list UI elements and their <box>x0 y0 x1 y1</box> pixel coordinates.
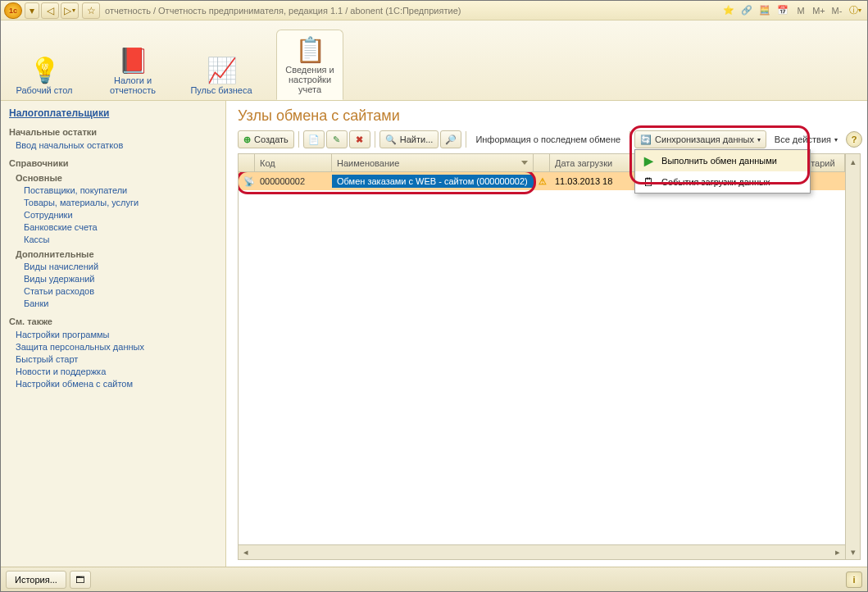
grid-body: 📡 000000002 Обмен заказами с WEB - сайто… <box>239 172 845 544</box>
sync-label: Синхронизация данных <box>655 134 754 144</box>
sidebar-link[interactable]: Быстрый старт <box>16 354 217 364</box>
sidebar-link[interactable]: Поставщики, покупатели <box>24 185 217 195</box>
dropdown-item-events[interactable]: 🗒 События загрузки данных <box>635 171 810 193</box>
scrollbar-horizontal[interactable]: ◂ ▸ <box>239 544 845 559</box>
sidebar-link[interactable]: Банки <box>24 298 217 308</box>
sidebar-link[interactable]: Кассы <box>24 235 217 244</box>
clear-find-button[interactable]: 🔎 <box>440 130 461 148</box>
statusbar: История... 🗔 i <box>1 567 867 591</box>
data-grid: Код Наименование Дата загрузки ентарий 📡… <box>238 153 861 560</box>
calendar-icon[interactable]: 📅 <box>774 2 792 19</box>
sidebar-link[interactable]: Ввод начальных остатков <box>16 140 217 150</box>
section-label: Рабочий стол <box>16 85 72 95</box>
sidebar-link[interactable]: Настройки обмена с сайтом <box>16 379 217 389</box>
plus-icon: ⊕ <box>243 134 251 145</box>
sidebar-link[interactable]: Виды удержаний <box>24 274 217 284</box>
section-label: Пульс бизнеса <box>190 85 252 95</box>
col-warn[interactable] <box>534 154 550 171</box>
section-desktop[interactable]: 💡 Рабочий стол <box>11 51 78 100</box>
windows-icon: 🗔 <box>75 575 84 585</box>
log-icon: 🗒 <box>642 175 655 189</box>
sidebar-link[interactable]: Банковские счета <box>24 222 217 232</box>
desktop-icon: 💡 <box>29 54 60 85</box>
sidebar-group-header: Начальные остатки <box>9 127 217 137</box>
info-icon[interactable]: ⓘ▾ <box>846 2 864 19</box>
find-button[interactable]: 🔍 Найти... <box>379 130 439 148</box>
create-label: Создать <box>254 134 289 144</box>
separator <box>298 131 299 148</box>
section-pulse[interactable]: 📈 Пульс бизнеса <box>188 51 255 100</box>
separator <box>375 131 375 148</box>
pencil-icon: ✎ <box>333 134 340 145</box>
dropdown-label: Выполнить обмен данными <box>661 156 777 166</box>
window-title: отчетность / Отчетность предпринимателя,… <box>105 6 461 16</box>
link-icon[interactable]: 🔗 <box>738 2 756 19</box>
section-label: Сведения и настройки учета <box>279 65 341 94</box>
sidebar-link[interactable]: Виды начислений <box>24 262 217 271</box>
scroll-down-icon[interactable]: ▾ <box>846 544 861 559</box>
section-settings[interactable]: 📋 Сведения и настройки учета <box>276 30 343 100</box>
section-taxes[interactable]: 📕 Налоги и отчетность <box>99 41 166 100</box>
calc-icon[interactable]: 🧮 <box>756 2 774 19</box>
scroll-right-icon[interactable]: ▸ <box>830 545 845 560</box>
sidebar-group-header: См. также <box>9 316 217 326</box>
help-button[interactable]: ? <box>846 131 862 148</box>
col-name[interactable]: Наименование <box>332 154 534 171</box>
sidebar-link[interactable]: Товары, материалы, услуги <box>24 198 217 207</box>
status-info-button[interactable]: i <box>846 572 862 588</box>
fav-add-icon[interactable]: ⭐ <box>720 2 738 19</box>
sidebar-link[interactable]: Статьи расходов <box>24 286 217 296</box>
separator <box>629 131 630 148</box>
separator <box>466 131 466 148</box>
copy-button[interactable]: 📄 <box>303 130 325 148</box>
scroll-left-icon[interactable]: ◂ <box>239 545 253 560</box>
col-icon[interactable] <box>239 154 255 171</box>
delete-icon: ✖ <box>356 134 363 145</box>
mem-mplus-button[interactable]: M+ <box>810 2 828 19</box>
sidebar-link[interactable]: Настройки программы <box>16 330 217 339</box>
main-area: Налогоплательщики Начальные остатки Ввод… <box>1 101 867 567</box>
mem-mminus-button[interactable]: M- <box>828 2 846 19</box>
history-button[interactable]: История... <box>6 571 66 589</box>
scrollbar-vertical[interactable]: ▴ ▾ <box>845 154 860 559</box>
scroll-up-icon[interactable]: ▴ <box>846 154 861 169</box>
chevron-down-icon: ▾ <box>834 136 838 143</box>
sidebar: Налогоплательщики Начальные остатки Ввод… <box>1 101 226 567</box>
dropdown-item-run[interactable]: ▶ Выполнить обмен данными <box>635 150 810 171</box>
sync-dropdown-button[interactable]: 🔄 Синхронизация данных ▾ <box>634 130 766 148</box>
sidebar-top-link[interactable]: Налогоплательщики <box>9 107 217 119</box>
windows-button[interactable]: 🗔 <box>70 571 91 589</box>
toolbar: ⊕ Создать 📄 ✎ ✖ 🔍 Найти... 🔎 Информация … <box>226 128 867 151</box>
settings-icon: 📋 <box>294 34 325 65</box>
last-exchange-label: Информация о последнем обмене <box>475 134 620 144</box>
cell-code: 000000002 <box>255 175 332 188</box>
page-title: Узлы обмена с сайтами <box>226 101 867 128</box>
app-logo-icon: 1c <box>4 2 22 19</box>
sidebar-link[interactable]: Новости и поддержка <box>16 367 217 376</box>
sidebar-link[interactable]: Защита персональных данных <box>16 342 217 352</box>
chevron-down-icon: ▾ <box>757 136 761 143</box>
delete-button[interactable]: ✖ <box>349 130 370 148</box>
section-label: Налоги и отчетность <box>101 75 165 95</box>
nav-forward-button[interactable]: ▷▾ <box>61 2 79 19</box>
dropdown-icon[interactable]: ▾ <box>25 2 39 19</box>
sidebar-link[interactable]: Сотрудники <box>24 210 217 220</box>
favorite-button[interactable]: ☆ <box>82 2 100 19</box>
create-button[interactable]: ⊕ Создать <box>238 130 294 148</box>
find-label: Найти... <box>400 134 434 144</box>
sidebar-group-header: Справочники <box>9 158 217 168</box>
last-exchange-button[interactable]: Информация о последнем обмене <box>470 130 625 148</box>
taxes-icon: 📕 <box>117 44 148 75</box>
titlebar: 1c ▾ ◁ ▷▾ ☆ отчетность / Отчетность пред… <box>1 1 867 20</box>
play-icon: ▶ <box>642 154 655 167</box>
nav-back-button[interactable]: ◁ <box>41 2 59 19</box>
col-code[interactable]: Код <box>255 154 332 171</box>
all-actions-button[interactable]: Все действия ▾ <box>770 130 843 148</box>
section-bar: 💡 Рабочий стол 📕 Налоги и отчетность 📈 П… <box>1 20 867 101</box>
all-actions-label: Все действия <box>775 134 831 144</box>
sync-icon: 🔄 <box>640 134 652 145</box>
mem-m-button[interactable]: M <box>792 2 810 19</box>
edit-button[interactable]: ✎ <box>326 130 348 148</box>
dropdown-label: События загрузки данных <box>661 177 770 187</box>
row-icon: 📡 <box>239 175 255 189</box>
